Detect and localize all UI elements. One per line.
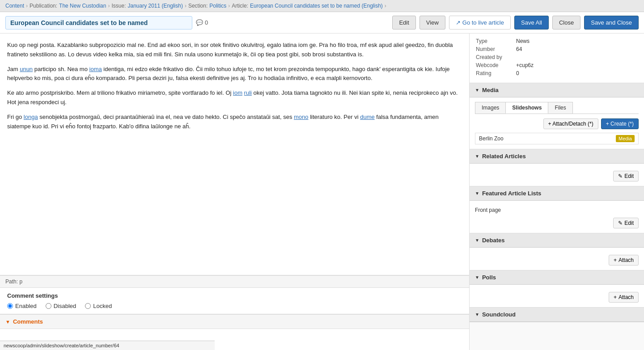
debates-attach-label: Attach bbox=[619, 257, 634, 263]
featured-article-lists-section: ▼ Featured Article Lists Front page ✎ Ed… bbox=[470, 186, 644, 233]
breadcrumb-sep-5: › bbox=[385, 3, 386, 9]
meta-row-createdby: Created by bbox=[476, 54, 638, 60]
breadcrumb-issue-value[interactable]: January 2011 (English) bbox=[127, 3, 182, 9]
save-and-close-button[interactable]: Save and Close bbox=[584, 16, 639, 30]
meta-createdby-label: Created by bbox=[476, 54, 516, 60]
media-actions: + Attach/Detach (*) + Create (*) bbox=[475, 118, 639, 129]
create-button[interactable]: + Create (*) bbox=[601, 118, 639, 129]
radio-disabled[interactable]: Disabled bbox=[46, 303, 76, 309]
tab-images[interactable]: Images bbox=[475, 102, 506, 114]
go-to-live-button[interactable]: ↗ Go to live article bbox=[449, 16, 511, 30]
radio-disabled-input[interactable] bbox=[46, 303, 51, 309]
left-panel: Kuo op negi posta. Kazablanko subpropozi… bbox=[0, 34, 470, 350]
debates-section: ▼ Debates + Attach bbox=[470, 233, 644, 270]
comments-header-label: Comments bbox=[13, 318, 43, 325]
media-tabs: Images Slideshows Files bbox=[475, 102, 639, 114]
debates-header[interactable]: ▼ Debates bbox=[470, 233, 644, 248]
breadcrumb-pub-value[interactable]: The New Custodian bbox=[59, 3, 106, 9]
debates-body: + Attach bbox=[470, 248, 644, 270]
meta-webcode-value: +cup6z bbox=[516, 62, 534, 68]
tab-files[interactable]: Files bbox=[548, 102, 572, 114]
comments-toggle-icon: ▼ bbox=[5, 319, 10, 325]
breadcrumb-issue-label: Issue: bbox=[111, 3, 126, 9]
related-articles-edit-label: Edit bbox=[624, 173, 634, 179]
soundcloud-section: ▼ Soundcloud bbox=[470, 308, 644, 322]
featured-lists-edit-label: Edit bbox=[624, 220, 634, 226]
plus-icon-debates: + bbox=[614, 257, 617, 263]
soundcloud-header[interactable]: ▼ Soundcloud bbox=[470, 308, 644, 322]
breadcrumb-pub-label: Publication: bbox=[30, 3, 57, 9]
related-articles-section: ▼ Related Articles ✎ Edit bbox=[470, 149, 644, 186]
polls-attach-label: Attach bbox=[619, 294, 634, 300]
radio-locked[interactable]: Locked bbox=[85, 303, 112, 309]
related-articles-header[interactable]: ▼ Related Articles bbox=[470, 149, 644, 164]
status-bar: newscoop/admin/slideshow/create/article_… bbox=[0, 341, 215, 350]
polls-header[interactable]: ▼ Polls bbox=[470, 270, 644, 285]
meta-row-number: Number 64 bbox=[476, 46, 638, 52]
meta-webcode-label: Webcode bbox=[476, 62, 516, 68]
polls-attach-button[interactable]: + Attach bbox=[609, 292, 639, 303]
polls-body: + Attach bbox=[470, 285, 644, 307]
save-all-button[interactable]: Save All bbox=[514, 16, 549, 30]
meta-type-value: News bbox=[516, 38, 530, 44]
meta-rating-value: 0 bbox=[516, 70, 519, 76]
radio-enabled[interactable]: Enabled bbox=[7, 303, 37, 309]
media-item: Berlin Zoo Media bbox=[475, 133, 639, 144]
close-button[interactable]: Close bbox=[552, 16, 580, 30]
blue-word-longa[interactable]: longa bbox=[24, 114, 38, 120]
breadcrumb-sep-2: › bbox=[108, 3, 110, 9]
polls-header-label: Polls bbox=[482, 274, 496, 281]
breadcrumb-content[interactable]: Content bbox=[5, 3, 24, 9]
comment-badge: 💬 0 bbox=[196, 19, 208, 26]
radio-enabled-label: Enabled bbox=[15, 303, 37, 309]
media-toggle-icon: ▼ bbox=[475, 88, 479, 93]
related-articles-actions: ✎ Edit bbox=[475, 171, 639, 181]
debates-attach-button[interactable]: + Attach bbox=[609, 255, 639, 266]
soundcloud-toggle-icon: ▼ bbox=[475, 312, 479, 317]
comments-header[interactable]: ▼ Comments bbox=[0, 315, 469, 329]
blue-word-ruli[interactable]: ruli bbox=[244, 89, 252, 96]
article-title-input[interactable] bbox=[5, 16, 192, 30]
blue-word-unun[interactable]: unun bbox=[20, 66, 33, 72]
debates-toggle-icon: ▼ bbox=[475, 238, 479, 243]
breadcrumb-article-label: Article: bbox=[232, 3, 248, 9]
blue-word-mono[interactable]: mono bbox=[294, 114, 309, 120]
soundcloud-header-label: Soundcloud bbox=[482, 311, 516, 318]
comment-icon: 💬 bbox=[196, 19, 203, 26]
meta-row-webcode: Webcode +cup6z bbox=[476, 62, 638, 68]
attach-detach-button[interactable]: + Attach/Detach (*) bbox=[543, 118, 598, 129]
meta-row-rating: Rating 0 bbox=[476, 70, 638, 76]
radio-enabled-input[interactable] bbox=[7, 303, 13, 309]
edit-button[interactable]: Edit bbox=[392, 16, 415, 30]
main-layout: Kuo op negi posta. Kazablanko subpropozi… bbox=[0, 34, 644, 350]
view-button[interactable]: View bbox=[419, 16, 445, 30]
meta-number-label: Number bbox=[476, 46, 516, 52]
featured-lists-toggle-icon: ▼ bbox=[475, 191, 479, 196]
featured-lists-header[interactable]: ▼ Featured Article Lists bbox=[470, 186, 644, 201]
meta-type-label: Type bbox=[476, 38, 516, 44]
media-header[interactable]: ▼ Media bbox=[470, 83, 644, 97]
blue-word-dume[interactable]: dume bbox=[360, 114, 375, 120]
meta-row-type: Type News bbox=[476, 38, 638, 44]
breadcrumb-article-value[interactable]: European Council candidates set to be na… bbox=[250, 3, 383, 9]
comment-settings: Comment settings Enabled Disabled Locked bbox=[0, 288, 469, 314]
plus-icon-attach: + bbox=[548, 121, 551, 127]
article-content[interactable]: Kuo op negi posta. Kazablanko subpropozi… bbox=[0, 34, 469, 275]
comment-settings-radio-group: Enabled Disabled Locked bbox=[7, 303, 462, 309]
radio-locked-input[interactable] bbox=[85, 303, 91, 309]
breadcrumb-section-value[interactable]: Politics bbox=[209, 3, 226, 9]
path-value: p bbox=[19, 278, 22, 285]
featured-lists-edit-button[interactable]: ✎ Edit bbox=[613, 218, 639, 228]
media-header-label: Media bbox=[482, 87, 499, 93]
blue-word-iom[interactable]: iom bbox=[233, 89, 242, 96]
tab-slideshows[interactable]: Slideshows bbox=[505, 102, 548, 114]
comment-count: 0 bbox=[205, 19, 208, 26]
featured-lists-body: Front page ✎ Edit bbox=[470, 201, 644, 233]
related-articles-edit-button[interactable]: ✎ Edit bbox=[613, 171, 639, 181]
featured-list-item: Front page bbox=[475, 205, 639, 215]
media-tooltip: Media bbox=[616, 135, 635, 142]
media-body: Images Slideshows Files + Attach/Detach … bbox=[470, 97, 644, 149]
featured-lists-actions: ✎ Edit bbox=[475, 218, 639, 228]
blue-word-ioma[interactable]: ioma bbox=[89, 66, 102, 72]
related-articles-header-label: Related Articles bbox=[482, 153, 526, 160]
